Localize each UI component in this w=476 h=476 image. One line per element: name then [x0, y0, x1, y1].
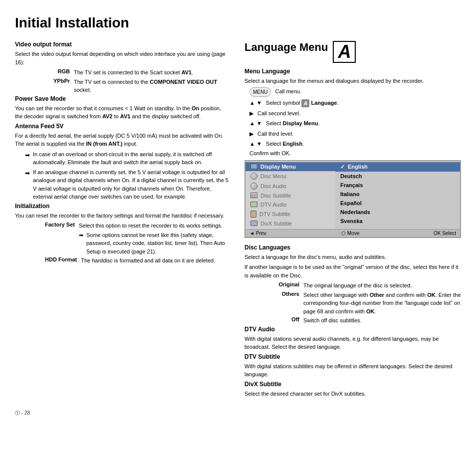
- left-column: Video output format Select the video out…: [15, 41, 230, 400]
- tv-menu-label-disc-audio: Disc Audio: [260, 183, 286, 189]
- section-initialization: Initialization You can reset the recorde…: [15, 203, 230, 265]
- original-label: Original: [274, 281, 299, 290]
- arrow-icon-2: ➡: [25, 169, 30, 201]
- tv-lang-english: English: [348, 164, 368, 170]
- indent-item-original: Original The original language of the di…: [244, 281, 461, 290]
- menu-lang-heading: Menu Language: [244, 68, 461, 75]
- hdd-desc: The harddisc is formatted and all data o…: [81, 256, 230, 265]
- antenna-note-2: If an analogue channel is currently set,…: [33, 168, 230, 201]
- indent-item-rgb: RGB The TV set is connected to the Scart…: [15, 68, 230, 77]
- tv-menu-footer: ◄ Prev. ⬡ Move OK Select: [245, 229, 460, 237]
- antenna-body: For a directly fed aerial, the aerial su…: [15, 132, 230, 148]
- lock-icon: [250, 211, 256, 218]
- audio-icon: [250, 202, 257, 207]
- power-save-body: You can set the recorder so that it cons…: [15, 104, 230, 121]
- tv-menu-item-espanol: Español: [335, 199, 460, 208]
- init-body: You can reset the recorder to the factor…: [15, 212, 230, 220]
- section-heading-init: Initialization: [15, 203, 230, 210]
- tv-menu-item-nederlands: Nederlands: [335, 208, 460, 217]
- menu-step-5: ▶ Call third level.: [244, 130, 461, 138]
- lang-menu-header: Language Menu A: [244, 41, 461, 63]
- disc-lang-note: If another language is to be used as the…: [244, 263, 461, 279]
- factory-sub-text: Some options cannot be reset like this (…: [86, 231, 230, 256]
- antenna-arrow-1: ➡ In case of an overload or short-circui…: [15, 150, 230, 167]
- antenna-note-1: In case of an overload or short-circuit …: [33, 150, 230, 167]
- menu-step-6: ▲ ▼ Select English.: [244, 140, 461, 148]
- lang-menu-title: Language Menu: [244, 41, 328, 54]
- section-disc-languages: Disc Languages Select a language for the…: [244, 244, 461, 325]
- confirm-line: Confirm with OK.: [244, 150, 461, 156]
- tv-menu-item-dtv-subtitle: DTV Subtitle: [245, 209, 335, 219]
- footer-ok: OK Select: [434, 231, 456, 236]
- ypbpr-desc: The TV set is connected to the COMPONENT…: [74, 78, 230, 94]
- tv-menu-label-dtv-subtitle: DTV Subtitle: [259, 211, 290, 217]
- tv-menu-label-disc-menu: Disc Menu: [260, 173, 286, 179]
- disc-lang-intro: Select a language for the disc's menu, a…: [244, 253, 461, 261]
- symbol-icon: A: [301, 99, 309, 107]
- indent-item-ypbpr: YPbPr The TV set is connected to the COM…: [15, 78, 230, 94]
- page-title: Initial Installation: [15, 15, 461, 31]
- tv-lang-italiano: Italiano: [340, 191, 360, 197]
- step1-text: Call menu.: [275, 87, 301, 96]
- tv-menu-item-italiano: Italiano: [335, 190, 460, 199]
- step3-text: Call second level.: [257, 109, 300, 118]
- footer-prev: ◄ Prev.: [249, 231, 267, 236]
- antenna-arrow-2: ➡ If an analogue channel is currently se…: [15, 168, 230, 201]
- tv-menu-label-display: Display Menu: [260, 164, 296, 170]
- tv-menu-item-francais: Français: [335, 181, 460, 190]
- footnote-text: - 28: [21, 410, 30, 416]
- factory-sub-arrow: ➡: [79, 231, 83, 256]
- dtv-audio-heading: DTV Audio: [244, 326, 461, 333]
- menu-step-3: ▶ Call second level.: [244, 109, 461, 118]
- footnote-gb-icon: Ⓨ: [15, 410, 20, 416]
- divx-subtitle-body: Select the desired character set for Div…: [244, 390, 461, 398]
- tv-menu-item-english: ✓ English: [335, 162, 460, 172]
- step2-arrows: ▲ ▼: [249, 99, 262, 107]
- original-desc: The original language of the disc is sel…: [303, 281, 461, 290]
- rgb-desc: The TV set is connected to the Scart soc…: [74, 68, 230, 77]
- disc-icon-2: [250, 183, 257, 190]
- step3-arrow: ▶: [249, 109, 253, 118]
- confirm-text: Confirm with OK.: [249, 150, 291, 156]
- tv-menu-item-display: Display Menu: [245, 162, 335, 171]
- monitor-icon: [250, 164, 257, 169]
- indent-item-factory: Factory Set Select this option to reset …: [15, 222, 230, 255]
- disc-lang-heading: Disc Languages: [244, 244, 461, 251]
- indent-item-others: Others Select other language with Other …: [244, 291, 461, 316]
- menu-step-4: ▲ ▼ Select Display Menu.: [244, 119, 461, 128]
- indent-item-hdd: HDD Format The harddisc is formatted and…: [15, 256, 230, 265]
- dtv-subtitle-heading: DTV Subtitle: [244, 353, 461, 360]
- lang-icon-A: A: [333, 41, 356, 63]
- tv-menu-item-disc-menu: Disc Menu: [245, 171, 335, 181]
- tv-lang-espanol: Español: [340, 200, 362, 206]
- section-heading-power: Power Save Mode: [15, 95, 230, 102]
- factory-label: Factory Set: [45, 222, 75, 255]
- tv-lang-nederlands: Nederlands: [340, 209, 370, 215]
- sub-icon: CC: [250, 193, 257, 198]
- video-output-body: Select the video output format depending…: [15, 50, 230, 66]
- tv-lang-deutsch: Deutsch: [340, 173, 362, 179]
- section-menu-language: Menu Language Select a language for the …: [244, 68, 461, 156]
- rgb-label: RGB: [45, 68, 70, 77]
- factory-desc: Select this option to reset the recorder…: [79, 222, 230, 255]
- menu-lang-intro: Select a language for the menus and dial…: [244, 77, 461, 85]
- dtv-audio-body: With digital stations several audio chan…: [244, 335, 461, 351]
- tv-menu-label-divx-subtitle: DivX Subtitle: [260, 221, 292, 227]
- tv-menu-label-disc-subtitle: Disc Subtitle: [260, 193, 291, 199]
- menu-step-2: ▲ ▼ Select symbol A Language.: [244, 99, 461, 107]
- others-desc: Select other language with Other and con…: [303, 291, 461, 316]
- divx-subtitle-heading: DivX Subtitle: [244, 381, 461, 388]
- camera-icon: [250, 221, 257, 226]
- tv-menu-screenshot: Display Menu Disc Menu Disc Audio CC Dis…: [244, 160, 461, 238]
- disc-icon-1: [250, 173, 257, 180]
- indent-item-off: Off Switch off disc subtitles.: [244, 316, 461, 325]
- section-heading-video: Video output format: [15, 41, 230, 48]
- tv-menu-item-divx-subtitle: DivX Subtitle: [245, 219, 335, 228]
- tv-menu-label-dtv-audio: DTV Audio: [260, 202, 287, 208]
- tv-menu-item-deutsch: Deutsch: [335, 172, 460, 181]
- ypbpr-label: YPbPr: [45, 78, 70, 94]
- step4-arrows: ▲ ▼: [249, 119, 262, 128]
- section-divx-subtitle: DivX Subtitle Select the desired charact…: [244, 381, 461, 398]
- check-icon: ✓: [340, 164, 345, 170]
- arrow-icon-1: ➡: [25, 151, 30, 167]
